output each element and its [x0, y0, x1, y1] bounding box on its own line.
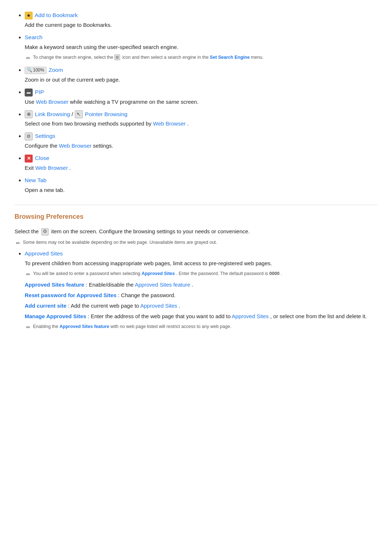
- bookmark-title: ★ Add to Bookmark: [25, 11, 377, 20]
- settings-icon: ⚙: [25, 132, 33, 140]
- search-note-before: To change the search engine, select the: [33, 55, 114, 60]
- close-web-browser-link[interactable]: Web Browser: [35, 165, 68, 171]
- new-tab-desc: Open a new tab.: [25, 186, 377, 194]
- bookmark-desc: Add the current page to Bookmarks.: [25, 21, 377, 29]
- final-approved-feature-link[interactable]: Approved Sites feature: [60, 324, 109, 329]
- add-current-approved-link[interactable]: Approved Sites: [140, 303, 177, 309]
- new-tab-title: New Tab: [25, 176, 377, 185]
- close-desc: Exit Web Browser .: [25, 164, 377, 172]
- search-link[interactable]: Search: [25, 34, 42, 40]
- new-tab-link[interactable]: New Tab: [25, 177, 46, 183]
- approved-sites-sub-items: Approved Sites feature : Enable/disable …: [25, 280, 377, 331]
- zoom-desc: Zoom in or out of the current web page.: [25, 75, 377, 84]
- browsing-preferences-section: Browsing Preferences Select the ⚙ item o…: [15, 212, 377, 332]
- list-item-close: ✕ Close Exit Web Browser .: [25, 154, 377, 172]
- pointer-browsing-link[interactable]: Pointer Browsing: [85, 111, 127, 117]
- manage-approved-sites-line: Manage Approved Sites : Enter the addres…: [25, 312, 377, 321]
- list-item-approved-sites: Approved Sites To prevent children from …: [25, 249, 377, 332]
- link-browse-icon: ⊕: [25, 110, 33, 118]
- approved-sites-feature-link[interactable]: Approved Sites feature: [25, 282, 84, 288]
- link-browsing-link[interactable]: Link Browsing: [35, 111, 70, 117]
- pencil-icon-2: ✏: [16, 239, 20, 247]
- settings-web-browser-link[interactable]: Web Browser: [59, 143, 91, 149]
- browsing-pref-note: ✏ Some items may not be available depend…: [15, 239, 377, 247]
- settings-inline-icon: ⚙: [114, 54, 120, 60]
- add-current-site-line: Add current site : Add the current web p…: [25, 301, 377, 310]
- reset-password-line: Reset password for Approved Sites : Chan…: [25, 291, 377, 300]
- list-item-new-tab: New Tab Open a new tab.: [25, 176, 377, 194]
- list-item-bookmark: ★ Add to Bookmark Add the current page t…: [25, 11, 377, 29]
- pip-icon: ▬: [25, 89, 33, 97]
- settings-link[interactable]: Settings: [35, 133, 55, 139]
- search-title: Search: [25, 33, 377, 42]
- pip-title: ▬ PIP: [25, 88, 377, 97]
- settings-gear-icon: ⚙: [41, 228, 49, 235]
- main-feature-list: ★ Add to Bookmark Add the current page t…: [15, 11, 377, 194]
- section-divider: [15, 205, 377, 205]
- list-item-search: Search Make a keyword search using the u…: [25, 33, 377, 62]
- pencil-icon-3: ✏: [26, 270, 30, 278]
- zoom-link[interactable]: Zoom: [49, 67, 63, 73]
- search-note: ✏ To change the search engine, select th…: [25, 54, 377, 62]
- browse-mode-slash: /: [72, 111, 75, 117]
- approved-sites-feature-line: Approved Sites feature : Enable/disable …: [25, 280, 377, 289]
- pip-link[interactable]: PIP: [35, 89, 44, 95]
- browse-mode-desc: Select one from two browsing methods sup…: [25, 119, 377, 128]
- approved-sites-link[interactable]: Approved Sites: [25, 250, 63, 257]
- settings-desc: Configure the Web Browser settings.: [25, 141, 377, 150]
- pointer-browse-icon: ↖: [75, 110, 83, 118]
- search-desc: Make a keyword search using the user-spe…: [25, 43, 377, 52]
- bookmark-icon: ★: [25, 12, 33, 20]
- list-item-pip: ▬ PIP Use Web Browser while watching a T…: [25, 88, 377, 106]
- bookmark-link[interactable]: Add to Bookmark: [34, 12, 78, 18]
- browse-mode-web-browser-link[interactable]: Web Browser: [153, 120, 186, 127]
- close-link[interactable]: Close: [35, 155, 49, 161]
- reset-password-link[interactable]: Reset password for Approved Sites: [25, 292, 117, 298]
- manage-approved-sites-link[interactable]: Manage Approved Sites: [25, 313, 86, 319]
- set-search-engine-link[interactable]: Set Search Engine: [210, 55, 250, 60]
- zoom-title: 🔍 100% Zoom: [25, 66, 377, 75]
- list-item-settings: ⚙ Settings Configure the Web Browser set…: [25, 132, 377, 150]
- close-icon: ✕: [25, 155, 33, 163]
- zoom-icon: 🔍 100%: [25, 67, 46, 74]
- pip-desc: Use Web Browser while watching a TV prog…: [25, 98, 377, 106]
- pip-web-browser-link[interactable]: Web Browser: [36, 99, 69, 105]
- approved-sites-note-link[interactable]: Approved Sites: [142, 271, 175, 276]
- close-title: ✕ Close: [25, 154, 377, 163]
- pencil-icon: ✏: [26, 54, 30, 62]
- add-current-site-link[interactable]: Add current site: [25, 303, 66, 309]
- settings-title: ⚙ Settings: [25, 132, 377, 141]
- approved-sites-note: ✏ You will be asked to enter a password …: [25, 270, 377, 278]
- list-item-zoom: 🔍 100% Zoom Zoom in or out of the curren…: [25, 66, 377, 84]
- approved-sites-desc: To prevent children from accessing inapp…: [25, 259, 377, 268]
- search-note-end: menu.: [251, 55, 264, 60]
- search-note-middle: icon and then select a search engine in …: [122, 55, 210, 60]
- manage-approved-sites-link2[interactable]: Approved Sites: [232, 313, 269, 319]
- default-password: 0000: [269, 271, 279, 276]
- final-approved-note: ✏ Enabling the Approved Sites feature wi…: [25, 323, 377, 331]
- approved-sites-title: Approved Sites: [25, 249, 377, 258]
- list-item-browse-mode: ⊕ Link Browsing / ↖ Pointer Browsing Sel…: [25, 110, 377, 128]
- browse-mode-title: ⊕ Link Browsing / ↖ Pointer Browsing: [25, 110, 377, 119]
- browsing-sub-list: Approved Sites To prevent children from …: [15, 249, 377, 332]
- approved-sites-feature-link2[interactable]: Approved Sites feature: [135, 282, 191, 288]
- browsing-preferences-title: Browsing Preferences: [15, 212, 377, 222]
- browsing-pref-intro: Select the ⚙ item on the screen. Configu…: [15, 227, 377, 236]
- pencil-icon-4: ✏: [26, 323, 30, 331]
